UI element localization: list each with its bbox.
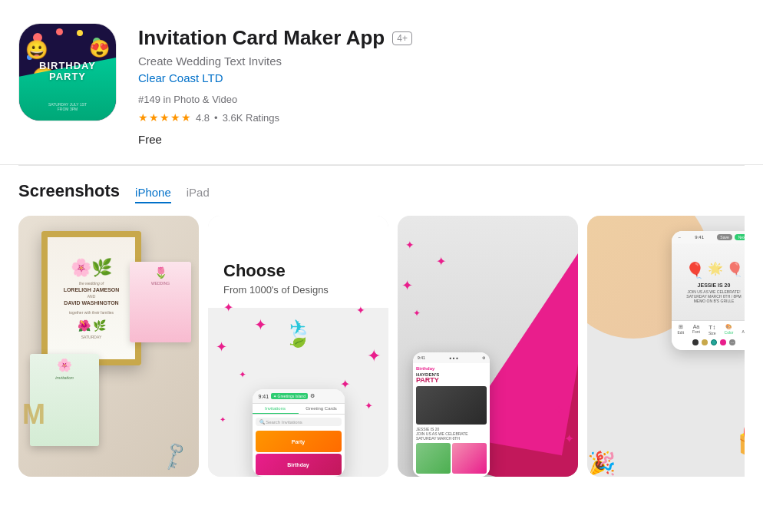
ss3-party-text: PARTY [416,377,487,384]
mini-tab-greeting: Greeting Cards [299,404,345,414]
device-tabs: iPhone iPad [135,186,210,203]
ss4-phone-mockup: ← 9:41 Save Next 🎈 🌟 [672,231,745,350]
ss4-edit-icon: ⊞ Edit [677,324,684,335]
rating-number: 4.8 [196,112,210,124]
ss4-teal-decoration: 🎉 [587,450,616,477]
mini-search-bar: 🔍 Search Invitations [256,418,342,426]
mini-card-birthday: Birthday [256,454,342,475]
screenshots-title: Screenshots [18,181,120,201]
screenshots-header: Screenshots iPhone iPad [18,181,745,203]
ss4-color-icon: 🎨 Color [725,324,734,335]
ss4-toolbar: ⊞ Edit Aa Font T↕ Size [672,320,745,350]
mini-card-list: Party Birthday [253,429,345,477]
app-title-row: Invitation Card Maker App 4+ [138,26,745,50]
ss4-next-button: Next [735,234,745,240]
screenshots-section: Screenshots iPhone iPad 🌸🌿 the wedding o… [0,166,763,477]
greetings-logo: ✦ Greetings Island [271,393,308,399]
screenshot-2[interactable]: Choose From 1000's of Designs ✦ ✦ ✦ ✦ ✦ … [208,216,388,477]
app-price: Free [138,133,745,146]
ss2-airplane: ✈ [289,316,306,339]
ss4-align-icon: ≡ Align [742,324,745,335]
ss1-main-card: 🌸🌿 the wedding of LORELIGH JAMESON AND D… [41,231,141,365]
star-2: ★ [149,111,159,124]
star-5: ★ [181,111,191,124]
ss4-color-picker: ··· [673,338,745,347]
ss1-third-card: 🌷 WEDDING [130,262,191,342]
mini-card-party: Party [256,431,342,452]
screenshot-4[interactable]: 🎁 ← 9:41 Save Next [587,216,745,477]
screenshots-grid: 🌸🌿 the wedding of LORELIGH JAMESON AND D… [18,216,745,477]
ss3-phone-mockup: 9:41 ● ● ● ⚙ Birthday HAYDEN'S PARTY JES… [413,352,490,477]
tab-ipad[interactable]: iPad [187,186,210,203]
ss4-teal-shape: 🎁 [737,425,745,461]
ss1-keys-decoration: 🗝️ [156,438,192,474]
tab-iphone[interactable]: iPhone [135,186,171,203]
rating-count: 3.6K Ratings [223,112,279,124]
ss2-choose-title: Choose [223,261,373,281]
app-title: Invitation Card Maker App [138,26,385,50]
ss3-photo-placeholder [416,386,487,425]
ss3-mini-card-row [416,443,487,474]
rating-separator: • [214,112,218,124]
ss4-size-icon: T↕ Size [708,324,716,335]
screenshot-3[interactable]: ✦ ✦ ✦ ✦ 9:41 ● ● ● ⚙ Birthday HAYDEN'S P… [398,216,578,477]
ss3-birthday-label: Birthday [416,366,487,371]
screenshot-1[interactable]: 🌸🌿 the wedding of LORELIGH JAMESON AND D… [18,216,199,477]
star-1: ★ [138,111,148,124]
app-developer-link[interactable]: Clear Coast LTD [138,71,745,84]
ss3-details: JESSIE IS 20JOIN US AS WE CELEBRATESATUR… [416,427,487,441]
ss2-mini-phone: 9:41 ✦ Greetings Island ⚙ Invitations Gr… [253,389,345,477]
ss4-jessie-text: JESSIE IS 20 [685,283,743,288]
ss4-card-preview: 🎈 🌟 🎈 JESSIE IS 20 JOIN US AS WE CELEBRA… [672,243,745,320]
app-rating-row: ★ ★ ★ ★ ★ 4.8 • 3.6K Ratings [138,111,745,124]
ss4-font-icon: Aa Font [692,324,700,335]
app-icon: 😀 😍 😬 BIRTHDAY PARTY SATURDAY JULY 1STFR… [18,23,117,121]
age-rating-badge: 4+ [392,31,412,45]
app-details: Invitation Card Maker App 4+ Create Wedd… [138,23,745,146]
star-4: ★ [170,111,180,124]
star-3: ★ [160,111,170,124]
app-header: 😀 😍 😬 BIRTHDAY PARTY SATURDAY JULY 1STFR… [0,0,763,165]
mini-tab-invitations: Invitations [253,404,299,414]
app-rank: #149 in Photo & Video [138,94,745,105]
star-rating: ★ ★ ★ ★ ★ [138,111,191,124]
app-subtitle: Create Wedding Text Invites [138,55,745,68]
